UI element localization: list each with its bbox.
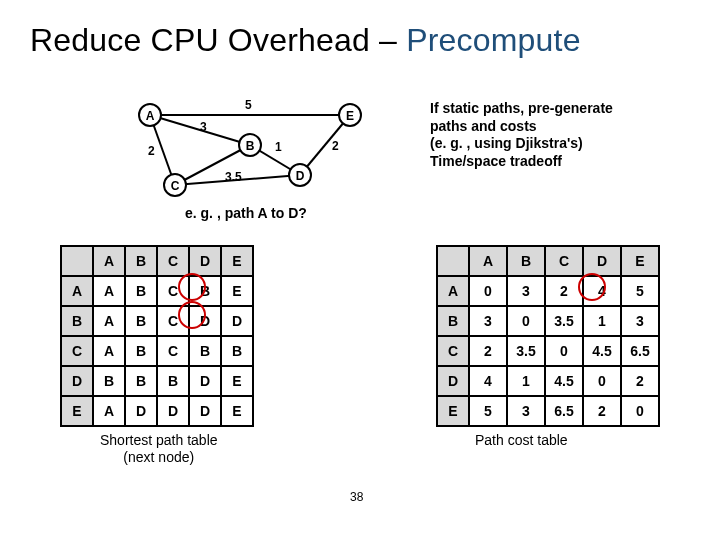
graph-node: B <box>239 134 261 156</box>
table-cell: D <box>157 396 189 426</box>
table-header: D <box>189 246 221 276</box>
table-cell: 2 <box>621 366 659 396</box>
desc-line: If static paths, pre-generate <box>430 100 613 118</box>
table-cell: 6.5 <box>545 396 583 426</box>
table-cell: E <box>221 396 253 426</box>
table-header: C <box>61 336 93 366</box>
table-cell: B <box>125 306 157 336</box>
edge-weight: 1 <box>275 140 282 154</box>
table-cell: 3.5 <box>545 306 583 336</box>
page-number: 38 <box>350 490 363 504</box>
table-header: B <box>437 306 469 336</box>
table-left-wrap: ABCDEAABCBEBABCDDCABCBBDBBBDEEADDDE <box>60 245 254 427</box>
cost-table: ABCDEA03245B303.513C23.504.56.5D414.502E… <box>436 245 660 427</box>
tables-row: ABCDEAABCBEBABCDDCABCBBDBBBDEEADDDE ABCD… <box>60 245 660 427</box>
highlight-ring <box>178 301 206 329</box>
table-cell: B <box>125 366 157 396</box>
table-cell: 3 <box>507 396 545 426</box>
next-node-table: ABCDEAABCBEBABCDDCABCBBDBBBDEEADDDE <box>60 245 254 427</box>
svg-text:E: E <box>346 109 354 123</box>
table-cell: 2 <box>469 336 507 366</box>
edge-weight: 3.5 <box>225 170 242 184</box>
table-cell: 0 <box>507 306 545 336</box>
table-cell: A <box>93 276 125 306</box>
table-header: C <box>437 336 469 366</box>
table-cell: 0 <box>469 276 507 306</box>
table-cell: D <box>125 396 157 426</box>
title-main: Reduce CPU Overhead – <box>30 22 406 58</box>
edge-weight: 2 <box>148 144 155 158</box>
graph-node: A <box>139 104 161 126</box>
table-right-label: Path cost table <box>475 432 568 448</box>
table-cell: 0 <box>621 396 659 426</box>
edge-weight: 3 <box>200 120 207 134</box>
table-header: D <box>61 366 93 396</box>
table-cell: 2 <box>583 396 621 426</box>
table-header: B <box>507 246 545 276</box>
table-cell: B <box>189 336 221 366</box>
highlight-ring <box>178 273 206 301</box>
table-cell: 2 <box>545 276 583 306</box>
table-header: D <box>583 246 621 276</box>
table-cell: 4.5 <box>583 336 621 366</box>
svg-text:C: C <box>171 179 180 193</box>
svg-text:B: B <box>246 139 255 153</box>
table-left-label: Shortest path table (next node) <box>100 432 218 466</box>
table-cell: 1 <box>507 366 545 396</box>
table-header: E <box>621 246 659 276</box>
table-cell: 1 <box>583 306 621 336</box>
svg-text:A: A <box>146 109 155 123</box>
table-header: D <box>437 366 469 396</box>
table-cell: 3 <box>469 306 507 336</box>
table-header: C <box>157 246 189 276</box>
table-cell: C <box>157 336 189 366</box>
table-cell: E <box>221 366 253 396</box>
table-header: C <box>545 246 583 276</box>
table-cell: A <box>93 336 125 366</box>
table-cell: B <box>125 276 157 306</box>
table-cell: B <box>157 366 189 396</box>
table-cell: 3.5 <box>507 336 545 366</box>
table-cell: B <box>221 336 253 366</box>
description-block: If static paths, pre-generate paths and … <box>430 100 613 170</box>
table-cell: A <box>93 306 125 336</box>
table-cell: 4.5 <box>545 366 583 396</box>
table-header: B <box>61 306 93 336</box>
svg-text:D: D <box>296 169 305 183</box>
title-highlight: Precompute <box>406 22 581 58</box>
desc-line: paths and costs <box>430 118 613 136</box>
table-cell: A <box>93 396 125 426</box>
table-cell: 0 <box>583 366 621 396</box>
table-cell: 3 <box>507 276 545 306</box>
highlight-ring <box>578 273 606 301</box>
table-header: E <box>61 396 93 426</box>
slide: Reduce CPU Overhead – Precompute 5 3 2 3… <box>0 0 720 540</box>
table-cell: 6.5 <box>621 336 659 366</box>
table-header: A <box>61 276 93 306</box>
table-header: A <box>93 246 125 276</box>
graph-node: D <box>289 164 311 186</box>
table-header: E <box>437 396 469 426</box>
table-cell: B <box>93 366 125 396</box>
table-header: B <box>125 246 157 276</box>
table-header: A <box>437 276 469 306</box>
desc-line: (e. g. , using Djikstra's) <box>430 135 613 153</box>
table-cell: D <box>221 306 253 336</box>
table-cell: 5 <box>621 276 659 306</box>
table-cell: D <box>189 396 221 426</box>
table-cell: 5 <box>469 396 507 426</box>
graph-node: E <box>339 104 361 126</box>
table-cell: 3 <box>621 306 659 336</box>
edge-weight: 2 <box>332 139 339 153</box>
desc-line: Time/space tradeoff <box>430 153 613 171</box>
edge-weight: 5 <box>245 98 252 112</box>
graph-diagram: 5 3 2 3.5 1 2 A B C D E <box>130 95 380 209</box>
table-cell: 0 <box>545 336 583 366</box>
graph-caption: e. g. , path A to D? <box>185 205 307 221</box>
table-cell: 4 <box>469 366 507 396</box>
slide-title: Reduce CPU Overhead – Precompute <box>30 22 581 59</box>
table-right-wrap: ABCDEA03245B303.513C23.504.56.5D414.502E… <box>436 245 660 427</box>
table-cell: D <box>189 366 221 396</box>
table-cell: B <box>125 336 157 366</box>
graph-node: C <box>164 174 186 196</box>
